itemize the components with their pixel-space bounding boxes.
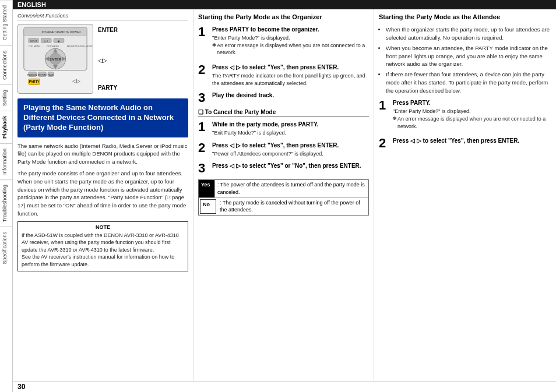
right-step-1-num: 1 (379, 99, 389, 112)
right-panel-title: Starting the Party Mode as the Attendee (379, 13, 551, 21)
svg-text:POP MENU: POP MENU (47, 45, 59, 48)
right-step-2-content: Press ◁ ▷ to select "Yes", then press EN… (393, 137, 551, 146)
step-2: 2 Press ◁ ▷ to select "Yes", then press … (198, 63, 369, 87)
step-2-title: Press ◁ ▷ to select "Yes", then press EN… (212, 63, 369, 71)
cancel-step-1: 1 While in the party mode, press PARTY. … (198, 121, 369, 137)
yes-desc: : The power of the attendees is turned o… (215, 180, 368, 197)
cancel-step-1-num: 1 (198, 121, 209, 133)
left-body-1: The same network audio (Internet Radio, … (17, 142, 188, 166)
svg-text:▷ II: ▷ II (44, 40, 48, 43)
section-label: Convenient Functions (17, 13, 188, 20)
right-step-1-body: "Enter Party Mode?" is displayed. (393, 108, 551, 115)
sidebar-item-connections[interactable]: Connections (0, 45, 12, 84)
remote-image: INTERNET/REMOTE POWER INPUT ▷ II ◼ TOP M… (17, 24, 93, 94)
step-3-title: Play the desired track. (212, 91, 369, 99)
step-1: 1 Press PARTY to become the organizer. "… (198, 26, 369, 59)
cancel-step-2: 2 Press ◁ ▷ to select "Yes", then press … (198, 142, 369, 158)
blue-box-title: Playing the Same Network Audio on Differ… (23, 103, 182, 133)
right-step-1-asterisk: An error message is displayed when you a… (393, 115, 551, 130)
no-desc: : The party mode is canceled without tur… (217, 198, 368, 215)
cancel-step-1-title: While in the party mode, press PARTY. (212, 121, 369, 128)
svg-text:ENTER: ENTER (50, 58, 62, 61)
sidebar-item-information[interactable]: Information (0, 143, 12, 179)
header-title: ENGLISH (17, 1, 46, 8)
sidebar-item-specifications[interactable]: Specifications (0, 227, 12, 269)
svg-text:POWER: POWER (70, 31, 81, 34)
bullet-2: When you become an attendee, the PARTY m… (386, 44, 551, 68)
step-1-num: 1 (198, 26, 209, 38)
svg-text:◁▷: ◁▷ (73, 78, 81, 84)
sidebar: Getting Started Connections Setting Play… (0, 0, 13, 392)
right-panel: Starting the Party Mode as the Attendee … (374, 9, 556, 381)
page-number: 30 (13, 381, 556, 392)
svg-text:RANDOM: RANDOM (27, 73, 37, 76)
mid-panel: Starting the Party Mode as the Organizer… (193, 9, 374, 381)
cancel-step-3-num: 3 (198, 162, 209, 175)
svg-text:INPUT: INPUT (30, 40, 37, 43)
yes-no-table: Yes : The power of the attendees is turn… (198, 179, 369, 215)
step-2-content: Press ◁ ▷ to select "Yes", then press EN… (212, 63, 369, 87)
cancel-title: To Cancel the Party Mode (198, 109, 369, 117)
svg-text:TOP MENU: TOP MENU (29, 45, 41, 48)
arrow-symbols: ◁▷ (98, 57, 107, 63)
note-box: NOTE If the ASD-51W is coupled with the … (17, 221, 188, 271)
step-2-body: The PARTY mode indicator on the front pa… (212, 72, 369, 87)
step-1-asterisk: An error message is displayed when you a… (212, 42, 369, 56)
left-body-2: The party mode consists of one organizer… (17, 169, 188, 218)
svg-text:INTERNET/REMOTE: INTERNET/REMOTE (42, 31, 70, 34)
cancel-step-2-title: Press ◁ ▷ to select "Yes", then press EN… (212, 142, 369, 149)
yes-row: Yes : The power of the attendees is turn… (199, 180, 368, 197)
sidebar-item-playback[interactable]: Playback (0, 111, 12, 143)
cancel-step-2-body: "Power off Attendees component?" is disp… (212, 150, 369, 158)
svg-text:◼: ◼ (58, 40, 59, 43)
bullet-1: When the organizer starts the party mode… (386, 26, 551, 42)
sidebar-item-setting[interactable]: Setting (0, 84, 12, 111)
no-label: No (200, 199, 216, 214)
sidebar-item-troubleshooting[interactable]: Troubleshooting (0, 179, 12, 227)
step-3-num: 3 (198, 91, 209, 104)
right-step-2: 2 Press ◁ ▷ to select "Yes", then press … (379, 137, 551, 150)
note-title: NOTE (22, 224, 184, 230)
cancel-step-1-body: "Exit Party Mode?" is displayed. (212, 129, 369, 137)
step-2-num: 2 (198, 63, 209, 76)
left-panel: Convenient Functions INTERNET/REMOTE POW… (13, 9, 193, 381)
cancel-step-3-title: Press ◁ ▷ to select "Yes" or "No", then … (212, 162, 369, 169)
step-1-body: "Enter Party Mode?" is displayed. (212, 34, 369, 42)
right-step-2-num: 2 (379, 137, 389, 150)
note-text: If the ASD-51W is coupled with the DENON… (22, 232, 184, 269)
step-1-title: Press PARTY to become the organizer. (212, 26, 369, 33)
cancel-step-2-num: 2 (198, 142, 209, 154)
yes-label: Yes (199, 180, 215, 197)
right-step-1-title: Press PARTY. (393, 99, 551, 107)
cancel-step-2-content: Press ◁ ▷ to select "Yes", then press EN… (212, 142, 369, 158)
remote-area: INTERNET/REMOTE POWER INPUT ▷ II ◼ TOP M… (17, 24, 188, 94)
right-step-1-content: Press PARTY. "Enter Party Mode?" is disp… (393, 99, 551, 132)
step-1-content: Press PARTY to become the organizer. "En… (212, 26, 369, 59)
header-bar: ENGLISH (13, 0, 556, 9)
blue-box: Playing the Same Network Audio on Differ… (17, 98, 188, 137)
cancel-step-3: 3 Press ◁ ▷ to select "Yes" or "No", the… (198, 162, 369, 175)
party-label: PARTY (98, 84, 118, 91)
enter-label: ENTER (98, 27, 118, 33)
right-step-1: 1 Press PARTY. "Enter Party Mode?" is di… (379, 99, 551, 132)
cancel-section: To Cancel the Party Mode 1 While in the … (198, 109, 369, 216)
cancel-step-3-content: Press ◁ ▷ to select "Yes" or "No", then … (212, 162, 369, 171)
no-row: No : The party mode is canceled without … (199, 198, 368, 215)
cancel-step-1-content: While in the party mode, press PARTY. "E… (212, 121, 369, 137)
main-content: ENGLISH Convenient Functions INTERNET/RE… (13, 0, 556, 392)
attendee-bullets: When the organizer starts the party mode… (379, 26, 551, 94)
svg-text:REPEAT: REPEAT (38, 73, 47, 76)
sidebar-item-getting-started[interactable]: Getting Started (0, 0, 12, 45)
svg-text:FAVORITES/FILE MODE: FAVORITES/FILE MODE (67, 45, 93, 48)
mid-panel-title: Starting the Party Mode as the Organizer (198, 13, 369, 21)
svg-text:PAGE: PAGE (48, 73, 54, 76)
content-area: Convenient Functions INTERNET/REMOTE POW… (13, 9, 556, 381)
step-3: 3 Play the desired track. (198, 91, 369, 104)
svg-text:PARTY: PARTY (29, 80, 40, 83)
right-step-2-title: Press ◁ ▷ to select "Yes", then press EN… (393, 137, 551, 144)
bullet-3: If there are fewer than four attendees, … (386, 70, 551, 94)
step-3-content: Play the desired track. (212, 91, 369, 100)
